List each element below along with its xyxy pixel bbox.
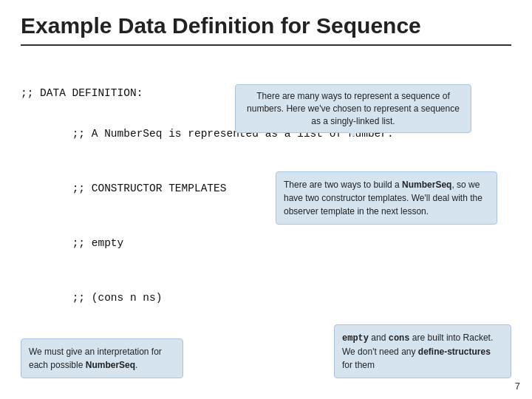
- slide-title: Example Data Definition for Sequence: [21, 13, 511, 46]
- tooltip-bot-left-text: We must give an interpretation for each …: [29, 347, 162, 370]
- define-structures-bold: define-structures: [418, 347, 491, 357]
- tooltip-bot-right-text: empty and cons are built into Racket. We…: [342, 332, 493, 370]
- tooltip-bot-left: We must give an interpretation for each …: [21, 338, 183, 378]
- slide: Example Data Definition for Sequence The…: [0, 0, 532, 399]
- numberseq-bold: NumberSeq: [402, 180, 451, 190]
- tooltip-top-text: There are many ways to represent a seque…: [247, 91, 460, 126]
- cons-code: cons: [389, 333, 410, 344]
- numberseq-bold-2: NumberSeq: [86, 360, 135, 370]
- tooltip-mid: There are two ways to build a NumberSeq,…: [276, 171, 497, 225]
- code-line-cons: ;; (cons n ns): [21, 270, 511, 325]
- tooltip-bot-right: empty and cons are built into Racket. We…: [334, 324, 511, 378]
- tooltip-top: There are many ways to represent a seque…: [235, 84, 471, 133]
- page-number: 7: [515, 381, 520, 392]
- empty-code: empty: [342, 333, 369, 344]
- code-line-n: ;; n is a Number -- the first number: [21, 380, 511, 399]
- tooltip-mid-text: There are two ways to build a NumberSeq,…: [284, 180, 482, 216]
